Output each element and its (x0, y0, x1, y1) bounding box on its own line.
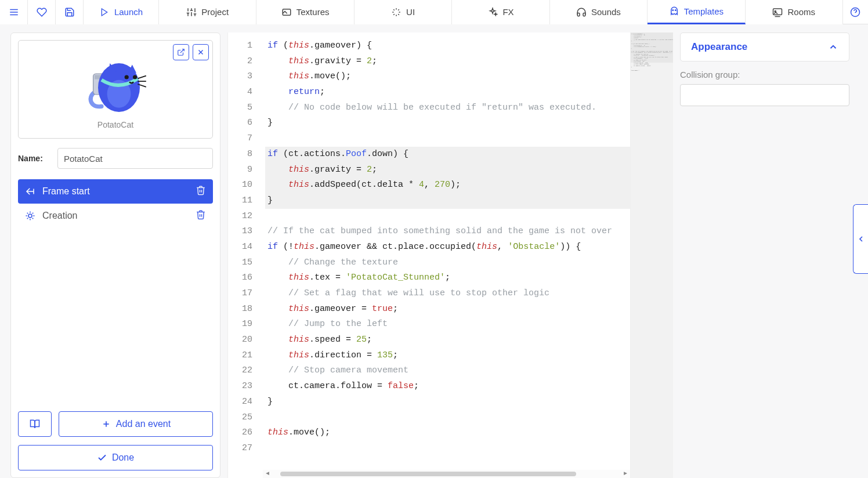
line-number: 22 (228, 363, 252, 379)
code-line[interactable]: // Set a flag that we will use to stop o… (265, 286, 673, 302)
tab-textures[interactable]: Textures (256, 0, 354, 24)
tab-templates[interactable]: Templates (648, 0, 745, 24)
code-line[interactable]: if (!this.gameover && ct.place.occupied(… (265, 240, 673, 255)
collision-group-input[interactable] (680, 84, 849, 106)
minimap[interactable]: if (this.gameover) { this.gravity = 2; t… (630, 32, 673, 478)
open-texture-button[interactable] (173, 44, 189, 60)
check-icon (97, 452, 107, 463)
image-icon (281, 7, 292, 17)
code-line[interactable]: } (265, 193, 673, 209)
event-label: Frame start (42, 186, 90, 197)
svg-point-15 (675, 10, 676, 11)
code-line[interactable] (265, 131, 673, 147)
code-line[interactable]: // Stop camera movement (265, 363, 673, 379)
tab-ui[interactable]: UI (355, 0, 452, 24)
code-content[interactable]: if (this.gameover) { this.gravity = 2; t… (263, 32, 673, 478)
launch-button[interactable]: Launch (84, 0, 159, 24)
tab-fx[interactable]: FX (452, 0, 549, 24)
external-link-icon (176, 47, 186, 57)
event-list: Frame startCreation (18, 179, 213, 228)
code-line[interactable]: this.gravity = 2; (265, 162, 673, 178)
event-frame-start[interactable]: Frame start (18, 179, 213, 204)
code-line[interactable]: // If the cat bumped into something soli… (265, 224, 673, 240)
line-number: 9 (228, 162, 252, 178)
drawer-handle[interactable] (853, 204, 868, 274)
scrollbar-thumb[interactable] (280, 472, 576, 476)
code-line[interactable]: } (265, 394, 673, 410)
code-line[interactable] (265, 441, 673, 457)
chevron-up-icon (828, 42, 838, 52)
tab-sounds[interactable]: Sounds (550, 0, 648, 24)
line-number: 14 (228, 240, 252, 255)
screen-icon (772, 7, 783, 17)
name-label: Name: (18, 154, 52, 163)
code-line[interactable]: this.tex = 'PotatoCat_Stunned'; (265, 270, 673, 286)
svg-line-42 (32, 213, 34, 214)
svg-point-28 (133, 75, 137, 79)
horizontal-scrollbar[interactable]: ◂ ▸ (263, 470, 630, 478)
add-event-button[interactable]: Add an event (59, 411, 213, 437)
code-line[interactable]: this.direction = 135; (265, 348, 673, 364)
line-number: 27 (228, 441, 252, 457)
heart-icon (37, 7, 47, 17)
line-number: 26 (228, 425, 252, 441)
close-icon (196, 47, 206, 57)
code-line[interactable]: this.gravity = 2; (265, 54, 673, 70)
tab-project-label: Project (201, 7, 229, 17)
line-number: 3 (228, 69, 252, 85)
code-line[interactable]: } (265, 115, 673, 131)
minimap-overlay[interactable] (631, 32, 673, 63)
code-line[interactable]: if (this.gameover) { (265, 38, 673, 54)
event-icon (25, 186, 35, 197)
clear-texture-button[interactable] (193, 44, 209, 60)
texture-name-label: PotatoCat (97, 120, 133, 129)
code-line[interactable]: // Jump to the left (265, 317, 673, 332)
tab-rooms[interactable]: Rooms (746, 0, 842, 24)
svg-line-41 (27, 218, 28, 219)
code-line[interactable]: this.speed = 25; (265, 332, 673, 348)
code-line[interactable]: // No code below will be executed if "re… (265, 100, 673, 116)
code-line[interactable]: return; (265, 85, 673, 100)
delete-event-button[interactable] (196, 209, 206, 222)
code-line[interactable]: this.move(); (265, 425, 673, 441)
scroll-left-arrow-icon[interactable]: ◂ (263, 470, 272, 478)
line-number: 25 (228, 410, 252, 426)
menu-button[interactable] (0, 0, 28, 24)
scroll-right-arrow-icon[interactable]: ▸ (621, 470, 630, 478)
tab-templates-label: Templates (684, 6, 724, 16)
line-number: 10 (228, 178, 252, 193)
line-number: 2 (228, 54, 252, 70)
svg-line-40 (32, 218, 34, 219)
code-line[interactable]: // Change the texture (265, 255, 673, 271)
line-number: 19 (228, 317, 252, 332)
appearance-section[interactable]: Appearance (680, 32, 849, 61)
launch-label: Launch (114, 7, 143, 17)
delete-event-button[interactable] (196, 185, 206, 198)
template-left-panel: PotatoCat Name: Frame startCreation Add … (10, 32, 220, 478)
code-line[interactable]: if (ct.actions.Poof.down) { (265, 147, 673, 162)
save-button[interactable] (56, 0, 84, 24)
code-line[interactable]: this.gameover = true; (265, 302, 673, 317)
line-number: 20 (228, 332, 252, 348)
line-number: 12 (228, 209, 252, 224)
code-line[interactable] (265, 209, 673, 224)
code-line[interactable]: ct.camera.follow = false; (265, 379, 673, 394)
name-input[interactable] (57, 148, 213, 169)
docs-button[interactable] (18, 411, 52, 437)
code-line[interactable]: this.addSpeed(ct.delta * 4, 270); (265, 178, 673, 193)
texture-preview[interactable]: PotatoCat (18, 40, 213, 139)
code-editor[interactable]: 1234567891011121314151617181920212223242… (227, 32, 673, 478)
tab-project[interactable]: Project (159, 0, 256, 24)
headphones-icon (576, 7, 587, 17)
done-label: Done (112, 452, 134, 463)
done-button[interactable]: Done (18, 445, 213, 470)
help-button[interactable] (842, 0, 868, 24)
favorite-button[interactable] (28, 0, 56, 24)
code-line[interactable]: this.move(); (265, 69, 673, 85)
sliders-icon (186, 7, 197, 17)
code-line[interactable] (265, 410, 673, 426)
add-event-label: Add an event (116, 419, 171, 429)
event-creation[interactable]: Creation (18, 204, 213, 228)
top-toolbar: Launch Project Textures UI FX Sounds T (0, 0, 868, 24)
line-number: 15 (228, 255, 252, 271)
